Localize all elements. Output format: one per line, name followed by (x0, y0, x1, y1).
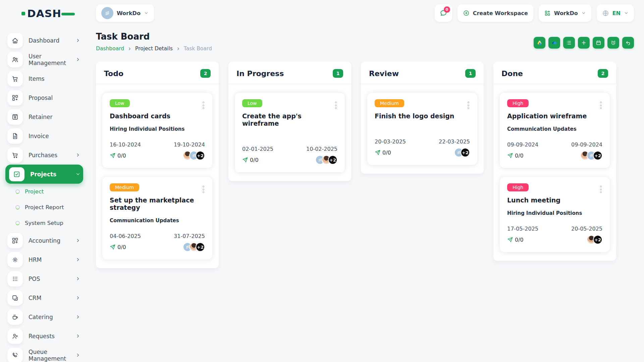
sidebar-item-projects[interactable]: Projects (5, 165, 83, 184)
avatar-overflow-count[interactable]: +2 (593, 151, 602, 160)
breadcrumb: Dashboard Project Details Task Board (96, 46, 212, 52)
globe-icon (602, 10, 609, 17)
task-card[interactable]: Low Dashboard cards Hiring Individual Po… (102, 93, 212, 168)
task-dates: 04-06-2025 31-07-2025 (110, 233, 205, 239)
workspace-switcher[interactable]: WorkDo (96, 4, 154, 22)
phone-icon (7, 348, 23, 362)
add-task-button[interactable] (578, 37, 590, 49)
task-footer: 0/0 +2 (110, 242, 205, 252)
timer-button[interactable] (607, 37, 619, 49)
workspace-logo-icon (101, 7, 113, 19)
kebab-menu-icon[interactable] (599, 101, 602, 110)
avatar-group[interactable]: +2 (454, 148, 470, 157)
avatar-overflow-count[interactable]: +2 (196, 242, 205, 252)
breadcrumb-project-details[interactable]: Project Details (135, 46, 173, 52)
chevron-down-icon (624, 11, 629, 15)
sidebar-item-requests[interactable]: Requests (5, 326, 83, 346)
back-button[interactable] (622, 37, 634, 49)
avatar-group[interactable]: +2 (183, 151, 205, 160)
layers-icon (7, 290, 23, 306)
dots-grid-icon (7, 271, 23, 287)
task-card[interactable]: Low Create the app's wireframe 02-01-202… (235, 93, 345, 172)
task-description: Communication Updates (507, 126, 602, 133)
avatar-overflow-count[interactable]: +2 (328, 155, 337, 165)
main-content: WorkDo 0 Create Workspace WorkDo EN (88, 0, 644, 362)
sidebar-item-dashboard[interactable]: Dashboard (5, 31, 83, 50)
task-footer: 0/0 +2 (507, 150, 602, 161)
workdo-apps-menu[interactable]: WorkDo (539, 4, 591, 22)
sidebar-subitem-label: Project Report (25, 204, 64, 210)
sidebar-item-label: Queue Management (29, 349, 70, 362)
sidebar-item-catering[interactable]: Catering (5, 307, 83, 326)
sidebar-item-hrm[interactable]: HRM (5, 250, 83, 269)
kebab-menu-icon[interactable] (334, 101, 337, 110)
end-date: 20-05-2025 (571, 226, 602, 232)
sidebar-item-purchases[interactable]: Purchases (5, 145, 83, 165)
column-cards: High Application wireframe Communication… (493, 84, 616, 254)
end-date: 10-02-2025 (306, 146, 337, 152)
google-drive-button[interactable] (534, 37, 545, 49)
sidebar-subitem-project-report[interactable]: Project Report (5, 199, 83, 215)
task-title: Create the app's wireframe (242, 112, 337, 127)
one-drive-icon (551, 40, 557, 46)
avatar-overflow-count[interactable]: +2 (593, 235, 602, 244)
column-title: Todo (104, 69, 123, 78)
sidebar-item-invoice[interactable]: Invoice (5, 126, 83, 145)
breadcrumb-dashboard-link[interactable]: Dashboard (96, 46, 124, 52)
avatar-group[interactable]: +2 (315, 155, 337, 165)
chevron-down-icon (144, 11, 149, 15)
sidebar-item-user-management[interactable]: User Management (5, 50, 83, 69)
apps-grid-icon (544, 10, 551, 16)
messages-count-badge: 0 (444, 6, 450, 13)
sidebar-subitem-system-setup[interactable]: System Setup (5, 215, 83, 231)
sidebar-item-items[interactable]: Items (5, 69, 83, 88)
end-date: 22-03-2025 (439, 138, 470, 145)
kebab-menu-icon[interactable] (202, 101, 205, 110)
kebab-menu-icon[interactable] (599, 185, 602, 194)
board-toolbar (534, 37, 634, 52)
start-date: 02-01-2025 (242, 146, 273, 152)
sidebar-item-crm[interactable]: CRM (5, 288, 83, 307)
task-dates: 02-01-2025 10-02-2025 (242, 146, 337, 152)
send-icon (507, 153, 513, 159)
avatar-group[interactable]: +2 (183, 242, 205, 252)
one-drive-button[interactable] (548, 37, 560, 49)
language-selector[interactable]: EN (597, 4, 634, 22)
priority-badge: Low (110, 99, 130, 107)
sidebar-item-pos[interactable]: POS (5, 269, 83, 288)
sidebar-item-label: User Management (29, 53, 70, 66)
task-card[interactable]: Medium Set up the marketplace strategy C… (102, 177, 212, 259)
create-workspace-button[interactable]: Create Workspace (458, 4, 533, 22)
calendar-icon (596, 40, 601, 46)
send-icon (375, 149, 381, 156)
save-icon (7, 109, 23, 125)
list-view-button[interactable] (563, 37, 575, 49)
subtask-progress: 0/0 (117, 153, 126, 159)
task-description: Hiring Individual Positions (110, 126, 205, 133)
messages-button[interactable]: 0 (435, 4, 452, 22)
avatar-overflow-count[interactable]: +2 (196, 151, 205, 160)
target-icon (7, 252, 23, 267)
avatar-group[interactable]: +2 (580, 151, 602, 160)
column-header: Done 2 (493, 62, 616, 84)
workdo-menu-label: WorkDo (554, 10, 578, 16)
column-title: Review (369, 69, 399, 78)
sidebar-item-retainer[interactable]: Retainer (5, 107, 83, 126)
task-footer: 0/0 +2 (242, 155, 337, 165)
kebab-menu-icon[interactable] (202, 185, 205, 194)
sidebar-item-accounting[interactable]: Accounting (5, 231, 83, 250)
avatar-group[interactable]: +2 (587, 235, 602, 244)
sidebar-item-proposal[interactable]: Proposal (5, 88, 83, 107)
task-card[interactable]: Medium Finish the logo design 20-03-2025… (367, 93, 477, 165)
task-card[interactable]: High Application wireframe Communication… (500, 93, 610, 168)
sidebar-subitem-project[interactable]: Project (5, 184, 83, 199)
avatar-overflow-count[interactable]: +2 (461, 148, 470, 157)
start-date: 20-03-2025 (375, 138, 406, 145)
app-logo[interactable]: DASH (5, 5, 83, 22)
chevron-right-icon (75, 38, 80, 43)
sidebar-item-queue-management[interactable]: Queue Management (5, 346, 83, 362)
kebab-menu-icon[interactable] (467, 101, 470, 110)
calendar-button[interactable] (593, 37, 604, 49)
workspace-name: WorkDo (117, 10, 141, 16)
task-card[interactable]: High Lunch meeting Hiring Individual Pos… (500, 177, 610, 252)
